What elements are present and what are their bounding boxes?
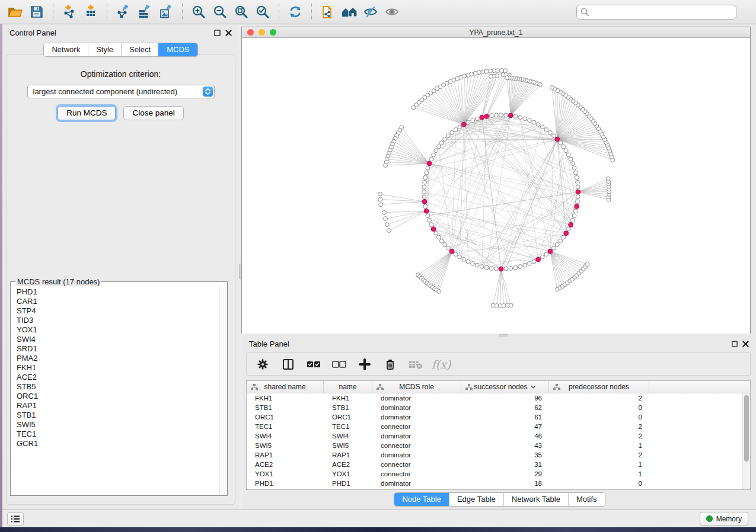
network-node[interactable] <box>576 180 580 184</box>
column-header-name[interactable]: name <box>324 381 372 393</box>
mcds-result-item[interactable]: ACE2 <box>11 373 219 382</box>
network-overview-button[interactable] <box>339 2 360 21</box>
network-node[interactable] <box>567 153 571 157</box>
share-network-document-button[interactable] <box>317 2 339 21</box>
mcds-node[interactable] <box>564 231 569 236</box>
network-node[interactable] <box>454 127 458 132</box>
network-node[interactable] <box>572 214 576 218</box>
network-node[interactable] <box>422 190 426 194</box>
mcds-node[interactable] <box>462 122 467 127</box>
network-node[interactable] <box>385 223 389 227</box>
network-node[interactable] <box>428 219 432 223</box>
network-node[interactable] <box>494 267 498 271</box>
network-node[interactable] <box>575 175 579 180</box>
tab-style[interactable]: Style <box>88 43 121 56</box>
network-node[interactable] <box>378 192 382 196</box>
network-node[interactable] <box>489 267 493 271</box>
network-node[interactable] <box>505 76 509 80</box>
network-node[interactable] <box>466 120 470 124</box>
mcds-result-item[interactable]: SWI4 <box>11 335 219 344</box>
mcds-node[interactable] <box>508 113 513 118</box>
search-field[interactable] <box>576 5 736 20</box>
float-panel-icon[interactable] <box>732 341 738 347</box>
table-row[interactable]: STB1STB1dominator620 <box>247 403 750 412</box>
network-node[interactable] <box>443 243 447 247</box>
network-node[interactable] <box>562 145 566 149</box>
network-node[interactable] <box>443 137 447 142</box>
network-node[interactable] <box>422 185 426 189</box>
tab-motifs[interactable]: Motifs <box>568 493 605 506</box>
network-node[interactable] <box>382 210 387 214</box>
zoom-in-button[interactable] <box>188 2 209 21</box>
column-header-shared-name[interactable]: shared name <box>247 381 324 393</box>
network-node[interactable] <box>536 123 540 127</box>
network-node[interactable] <box>434 149 438 153</box>
network-node[interactable] <box>426 166 430 170</box>
network-node[interactable] <box>466 259 470 264</box>
network-node[interactable] <box>475 263 479 267</box>
network-node[interactable] <box>425 171 429 175</box>
network-node[interactable] <box>488 69 492 73</box>
network-canvas[interactable] <box>242 39 750 334</box>
network-node[interactable] <box>494 113 498 117</box>
tab-network-table[interactable]: Network Table <box>503 493 568 506</box>
network-node[interactable] <box>552 246 556 250</box>
network-node[interactable] <box>384 164 388 168</box>
import-table-button[interactable] <box>80 2 101 21</box>
network-node[interactable] <box>434 231 438 235</box>
network-node[interactable] <box>585 262 589 267</box>
save-session-button[interactable] <box>26 2 47 21</box>
show-columns-button[interactable] <box>280 357 296 372</box>
network-node[interactable] <box>540 255 544 259</box>
mcds-result-item[interactable]: CAR1 <box>11 297 219 306</box>
mcds-node[interactable] <box>449 249 454 254</box>
table-row[interactable]: ORC1ORC1dominator610 <box>247 412 750 422</box>
close-panel-icon[interactable] <box>742 341 749 347</box>
network-node[interactable] <box>509 303 513 307</box>
task-history-button[interactable] <box>7 512 24 525</box>
table-row[interactable]: FKH1FKH1dominator962 <box>247 393 750 403</box>
network-node[interactable] <box>436 235 441 239</box>
network-node[interactable] <box>429 157 433 161</box>
tab-select[interactable]: Select <box>121 43 158 56</box>
hide-graphics-details-button[interactable] <box>360 2 381 21</box>
network-node[interactable] <box>436 145 441 149</box>
mcds-result-item[interactable]: PMA2 <box>11 354 219 363</box>
mcds-result-item[interactable]: SWI5 <box>11 420 219 430</box>
network-node[interactable] <box>496 69 500 73</box>
network-node[interactable] <box>571 162 575 166</box>
export-table-button[interactable] <box>134 2 155 21</box>
network-node[interactable] <box>471 118 475 123</box>
mcds-node[interactable] <box>548 249 553 254</box>
network-node[interactable] <box>523 117 527 121</box>
network-node[interactable] <box>518 116 522 120</box>
network-node[interactable] <box>439 141 444 145</box>
mcds-node[interactable] <box>427 161 432 166</box>
network-node[interactable] <box>458 125 462 129</box>
search-input[interactable] <box>589 8 732 17</box>
table-scrollbar-thumb[interactable] <box>744 395 749 462</box>
mcds-node[interactable] <box>422 199 427 204</box>
network-node[interactable] <box>489 114 493 118</box>
deselect-all-rows-button[interactable] <box>331 357 347 372</box>
network-node[interactable] <box>422 195 426 199</box>
network-node[interactable] <box>569 157 573 161</box>
network-node[interactable] <box>454 252 458 257</box>
table-row[interactable]: ACE2ACE2connector311 <box>247 460 750 469</box>
network-window-titlebar[interactable]: YPA_prune.txt_1 <box>242 27 750 38</box>
network-node[interactable] <box>532 259 536 264</box>
import-network-button[interactable] <box>59 2 80 21</box>
mcds-node[interactable] <box>575 204 579 209</box>
network-node[interactable] <box>504 113 508 117</box>
network-node[interactable] <box>423 180 427 184</box>
table-settings-button[interactable] <box>255 357 270 372</box>
mcds-result-item[interactable]: STB1 <box>11 411 219 420</box>
close-panel-button[interactable]: Close panel <box>123 106 183 120</box>
mcds-result-item[interactable]: SRD1 <box>11 344 219 354</box>
mcds-node[interactable] <box>480 115 484 120</box>
tab-mcds[interactable]: MCDS <box>158 43 197 56</box>
network-node[interactable] <box>458 255 462 259</box>
network-node[interactable] <box>429 223 433 227</box>
network-node[interactable] <box>484 265 489 270</box>
mcds-result-item[interactable]: ORC1 <box>11 392 219 401</box>
